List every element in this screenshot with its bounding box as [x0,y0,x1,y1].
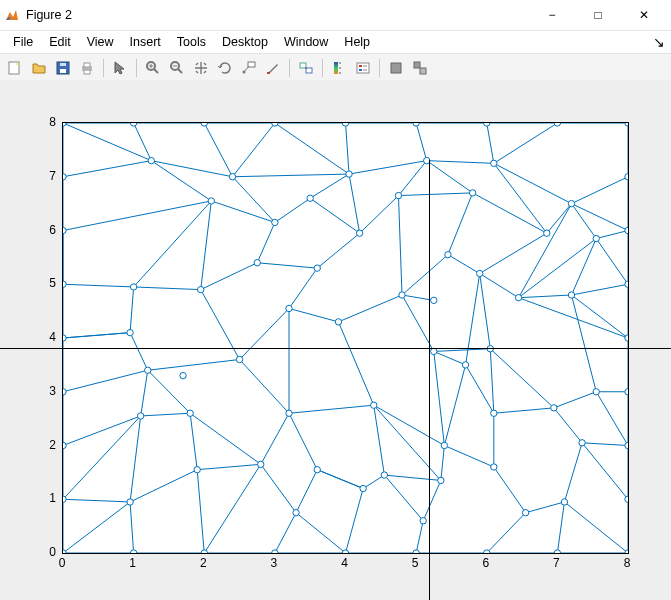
svg-line-135 [402,255,448,295]
menu-tools[interactable]: Tools [170,33,213,51]
pointer-icon[interactable] [109,57,131,79]
brush-icon[interactable] [262,57,284,79]
svg-line-101 [374,405,445,445]
menu-edit[interactable]: Edit [42,33,78,51]
svg-point-216 [272,123,278,126]
svg-line-75 [296,470,317,513]
svg-line-144 [490,349,554,408]
menu-window[interactable]: Window [277,33,335,51]
svg-rect-25 [357,63,369,73]
menu-insert[interactable]: Insert [123,33,168,51]
pan-icon[interactable] [190,57,212,79]
svg-line-195 [296,513,345,553]
svg-point-280 [346,171,352,177]
svg-line-117 [141,370,148,416]
svg-point-214 [130,123,136,126]
svg-line-130 [338,322,373,405]
svg-point-250 [491,410,497,416]
new-figure-icon[interactable] [4,57,26,79]
svg-line-96 [190,413,261,464]
svg-point-264 [476,270,482,276]
matlab-logo-icon [4,7,20,23]
svg-point-223 [625,442,628,448]
svg-point-241 [522,509,528,515]
zoom-out-icon[interactable] [166,57,188,79]
svg-line-71 [197,464,261,469]
print-icon[interactable] [76,57,98,79]
mesh-plot [63,123,628,553]
toolbar-separator [322,59,323,77]
x-tick-label: 6 [482,556,489,570]
svg-point-201 [342,550,348,553]
svg-line-97 [63,416,141,446]
svg-line-166 [63,161,151,177]
menu-desktop[interactable]: Desktop [215,33,275,51]
svg-line-196 [384,475,441,480]
svg-line-140 [572,295,597,392]
hide-tools-icon[interactable] [385,57,407,79]
svg-line-65 [63,502,130,553]
svg-line-121 [134,287,201,290]
svg-line-67 [63,499,130,502]
svg-line-150 [275,198,310,222]
crosshair-vertical [429,160,430,600]
svg-line-93 [130,416,141,502]
svg-line-112 [554,392,596,408]
svg-line-105 [434,351,445,445]
legend-icon[interactable] [352,57,374,79]
menu-file[interactable]: File [6,33,40,51]
figure-area[interactable]: 012345678 012345678 [0,80,671,600]
svg-line-80 [423,480,441,520]
y-tick-label: 5 [42,276,56,290]
svg-line-170 [310,174,349,198]
svg-point-242 [561,499,567,505]
svg-line-72 [261,464,296,512]
svg-point-222 [625,496,628,502]
axes[interactable] [62,122,629,554]
figure-window: Figure 2 − □ ✕ File Edit View Insert Too… [0,0,671,600]
svg-line-179 [63,123,151,161]
svg-line-194 [317,470,363,489]
svg-line-125 [240,360,289,414]
menubar-overflow-icon[interactable]: ↘ [653,34,665,50]
svg-point-215 [201,123,207,126]
menu-view[interactable]: View [80,33,121,51]
show-tools-icon[interactable] [409,57,431,79]
maximize-button[interactable]: □ [575,0,621,30]
minimize-button[interactable]: − [529,0,575,30]
y-tick-label: 6 [42,223,56,237]
svg-point-247 [371,402,377,408]
svg-line-141 [572,295,629,338]
svg-line-78 [363,475,384,488]
save-icon[interactable] [52,57,74,79]
svg-line-81 [416,521,423,553]
svg-line-164 [572,204,629,231]
zoom-in-icon[interactable] [142,57,164,79]
svg-line-174 [349,161,427,174]
svg-line-69 [197,470,204,553]
x-tick-label: 7 [553,556,560,570]
menu-help[interactable]: Help [337,33,377,51]
svg-line-160 [547,204,572,234]
title-bar[interactable]: Figure 2 − □ ✕ [0,0,671,31]
svg-line-143 [490,349,494,414]
svg-line-123 [201,290,240,360]
close-button[interactable]: ✕ [621,0,667,30]
svg-point-224 [625,389,628,395]
svg-line-152 [310,198,359,233]
svg-point-230 [194,466,200,472]
colorbar-icon[interactable] [328,57,350,79]
svg-line-120 [130,287,134,333]
svg-point-259 [286,305,292,311]
open-icon[interactable] [28,57,50,79]
x-tick-label: 2 [200,556,207,570]
link-icon[interactable] [295,57,317,79]
svg-point-276 [568,200,574,206]
svg-rect-2 [60,69,66,73]
data-cursor-icon[interactable] [238,57,260,79]
rotate-icon[interactable] [214,57,236,79]
y-tick-label: 4 [42,330,56,344]
svg-line-169 [233,177,275,223]
svg-line-85 [487,513,526,553]
svg-line-89 [557,502,564,553]
